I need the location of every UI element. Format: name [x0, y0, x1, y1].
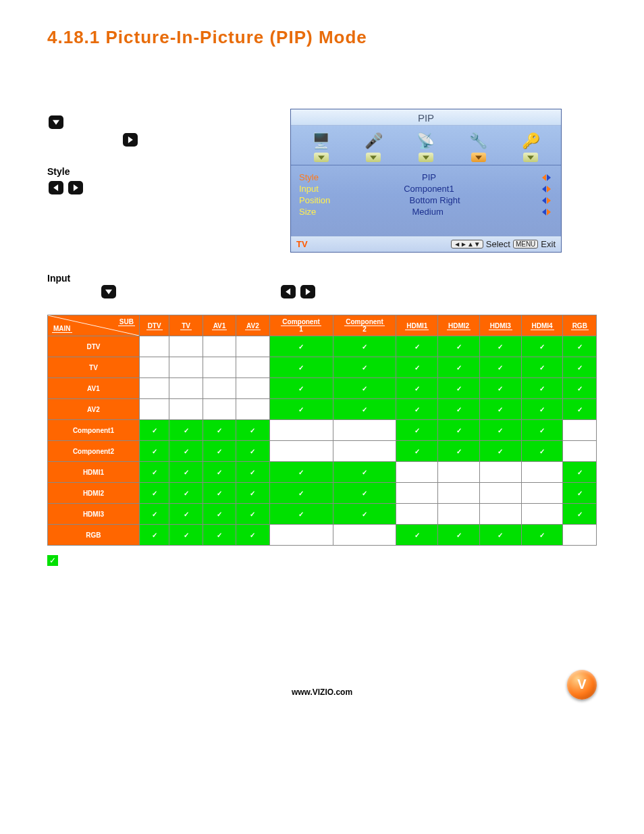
table-cell — [169, 399, 203, 420]
table-cell — [521, 525, 563, 546]
osd-row-key: Input — [299, 184, 319, 194]
table-cell — [521, 399, 563, 420]
table-cell — [236, 462, 269, 483]
table-cell — [438, 483, 480, 504]
section-heading: 4.18.1 Picture-In-Picture (PIP) Mode — [47, 27, 597, 48]
table-cell — [438, 357, 480, 378]
table-row: AV1 — [48, 378, 597, 399]
table-cell — [521, 336, 563, 357]
instruction-paragraphs: Style — [47, 109, 277, 194]
table-cell — [169, 336, 203, 357]
osd-row-key: Style — [299, 172, 319, 182]
col-header: TV — [169, 315, 203, 336]
osd-row[interactable]: InputComponent1 — [299, 184, 553, 194]
table-cell — [333, 525, 396, 546]
table-cell — [479, 483, 521, 504]
nav-down-icon-2 — [101, 285, 116, 298]
table-row: DTV — [48, 336, 597, 357]
osd-tabs: 🖥️ 🎤 📡 🔧 🔑 — [291, 126, 561, 165]
table-cell — [479, 336, 521, 357]
osd-row-value: Component1 — [319, 184, 539, 194]
table-cell — [203, 336, 236, 357]
table-cell — [169, 441, 203, 462]
pip-compat-table: SUBMAINDTVTVAV1AV2Component1Component2HD… — [47, 315, 597, 546]
col-header: Component2 — [333, 315, 396, 336]
table-cell — [269, 336, 333, 357]
table-cell — [169, 420, 203, 441]
table-cell — [139, 441, 169, 462]
table-row: Component2 — [48, 441, 597, 462]
table-cell — [521, 441, 563, 462]
table-cell — [139, 420, 169, 441]
table-row: HDMI1 — [48, 462, 597, 483]
table-legend: ✓– Indicates which inputs are available … — [47, 555, 597, 566]
table-cell — [333, 336, 396, 357]
table-cell — [139, 462, 169, 483]
table-cell — [333, 441, 396, 462]
table-cell — [169, 525, 203, 546]
table-cell — [396, 441, 438, 462]
table-cell — [269, 357, 333, 378]
table-cell — [563, 525, 597, 546]
table-cell — [479, 504, 521, 525]
table-cell — [169, 462, 203, 483]
input-label: Input — [47, 273, 597, 284]
table-cell — [333, 357, 396, 378]
table-cell — [333, 420, 396, 441]
osd-row[interactable]: PositionBottom Right — [299, 195, 553, 205]
table-cell — [396, 378, 438, 399]
table-cell — [333, 504, 396, 525]
table-cell — [479, 462, 521, 483]
table-cell — [396, 525, 438, 546]
osd-tab-setup[interactable]: 🔧 — [461, 131, 496, 162]
osd-row[interactable]: StylePIP — [299, 172, 553, 182]
col-header: DTV — [139, 315, 169, 336]
table-cell — [563, 378, 597, 399]
row-header: DTV — [48, 336, 140, 357]
nav-left-icon — [49, 181, 63, 194]
table-cell — [521, 483, 563, 504]
osd-row[interactable]: SizeMedium — [299, 207, 553, 217]
table-cell — [169, 504, 203, 525]
osd-tab-audio[interactable]: 🎤 — [356, 131, 391, 162]
menu-key-icon: MENU — [513, 240, 538, 249]
row-header: Component2 — [48, 441, 140, 462]
table-cell — [269, 441, 333, 462]
vizio-logo-icon: V — [567, 670, 597, 700]
table-cell — [396, 504, 438, 525]
col-header: AV2 — [236, 315, 269, 336]
table-row: Component1 — [48, 420, 597, 441]
table-cell — [139, 399, 169, 420]
table-cell — [563, 399, 597, 420]
table-cell — [236, 357, 269, 378]
table-cell — [438, 420, 480, 441]
legend-check-icon: ✓ — [47, 555, 58, 566]
col-header: RGB — [563, 315, 597, 336]
osd-tab-picture[interactable]: 🖥️ — [304, 131, 339, 162]
table-cell — [169, 483, 203, 504]
table-cell — [236, 525, 269, 546]
table-cell — [236, 483, 269, 504]
table-cell — [521, 504, 563, 525]
table-row: TV — [48, 357, 597, 378]
table-cell — [438, 504, 480, 525]
dish-icon: 📡 — [410, 131, 441, 151]
table-cell — [563, 462, 597, 483]
table-cell — [269, 420, 333, 441]
table-cell — [438, 336, 480, 357]
osd-tab-parental[interactable]: 🔑 — [513, 131, 548, 162]
table-cell — [563, 504, 597, 525]
table-cell — [236, 378, 269, 399]
table-cell — [203, 378, 236, 399]
table-cell — [236, 504, 269, 525]
osd-row-value: Medium — [316, 207, 539, 217]
table-cell — [479, 399, 521, 420]
osd-title: PIP — [291, 109, 561, 126]
table-cell — [563, 420, 597, 441]
table-cell — [139, 525, 169, 546]
table-cell — [236, 441, 269, 462]
table-row: RGB — [48, 525, 597, 546]
osd-tab-tuner[interactable]: 📡 — [408, 131, 444, 162]
table-cell — [396, 483, 438, 504]
table-cell — [139, 336, 169, 357]
